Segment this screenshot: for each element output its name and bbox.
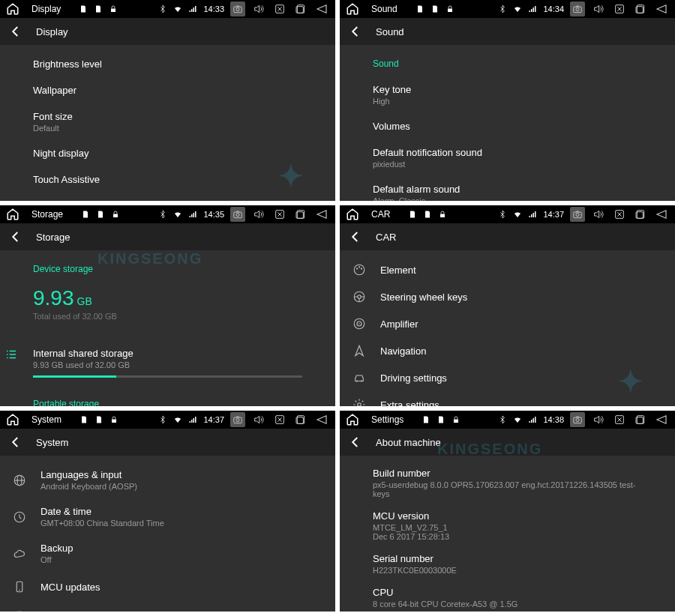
about-row[interactable]: Serial numberH223TKC0E0003000E [340, 547, 675, 581]
system-row[interactable]: Date & timeGMT+08:00 China Standard Time [0, 498, 335, 535]
home-icon[interactable] [6, 413, 20, 426]
setting-row[interactable]: Night display [0, 140, 335, 166]
volume-button[interactable] [251, 207, 266, 222]
storage-unit: GB [77, 295, 92, 307]
device-icon [12, 609, 27, 612]
back-nav-button[interactable] [314, 207, 329, 222]
recent-button[interactable] [633, 1, 648, 16]
page-header: Sound [340, 18, 675, 45]
lock-icon [110, 415, 118, 424]
close-button[interactable] [612, 1, 627, 16]
lock-icon [111, 210, 120, 219]
close-button[interactable] [612, 412, 627, 427]
wifi-icon [173, 4, 182, 13]
svg-point-26 [358, 266, 360, 268]
recent-button[interactable] [293, 1, 308, 16]
system-row[interactable]: System updates [0, 602, 335, 612]
back-nav-button[interactable] [654, 412, 669, 427]
row-primary: System updates [40, 612, 323, 612]
close-button[interactable] [612, 207, 627, 222]
car-row[interactable]: Amplifier [340, 310, 675, 337]
storage-row[interactable]: Internal shared storage9.93 GB used of 3… [0, 340, 335, 371]
screenshot-button[interactable] [570, 1, 585, 16]
recent-button[interactable] [293, 207, 308, 222]
screenshot-button[interactable] [230, 1, 245, 16]
home-icon[interactable] [346, 413, 359, 426]
car-row[interactable]: Element [340, 256, 675, 283]
clock-text: 14:37 [543, 210, 564, 219]
back-icon[interactable] [349, 435, 362, 449]
sd-icon [96, 210, 105, 219]
screenshot-button[interactable] [570, 412, 585, 427]
row-primary: Navigation [380, 345, 426, 357]
lock-icon [438, 210, 447, 219]
clock-icon [12, 510, 27, 525]
recent-button[interactable] [633, 412, 648, 427]
section-label: Portable storage [0, 391, 335, 406]
recent-button[interactable] [293, 412, 308, 427]
setting-row[interactable]: Volumes [340, 113, 675, 139]
close-button[interactable] [272, 1, 287, 16]
screenshot-button[interactable] [230, 207, 245, 222]
system-row[interactable]: Languages & inputAndroid Keyboard (AOSP) [0, 462, 335, 498]
setting-row[interactable]: Touch Assistive [0, 166, 335, 193]
volume-button[interactable] [591, 1, 606, 16]
home-icon[interactable] [6, 2, 20, 16]
volume-button[interactable] [591, 412, 606, 427]
page-title: CAR [376, 232, 396, 243]
setting-row[interactable]: Default alarm soundAlarm_Classic [340, 176, 675, 201]
close-button[interactable] [272, 412, 287, 427]
row-secondary: Off [40, 555, 323, 564]
car-row[interactable]: Steering wheel keys [340, 283, 675, 310]
row-primary: Serial number [373, 553, 642, 564]
svg-point-33 [356, 380, 358, 381]
home-icon[interactable] [346, 208, 359, 221]
car-row[interactable]: Navigation [340, 337, 675, 364]
setting-row[interactable]: Wallpaper [0, 77, 335, 103]
back-nav-button[interactable] [314, 1, 329, 16]
back-nav-button[interactable] [654, 1, 669, 16]
back-icon[interactable] [349, 230, 362, 244]
volume-button[interactable] [251, 1, 266, 16]
about-row[interactable]: MCU versionMTCE_LM_V2.75_1 Dec 6 2017 15… [340, 504, 675, 547]
home-icon[interactable] [6, 208, 20, 221]
screenshot-button[interactable] [570, 207, 585, 222]
lock-icon [446, 4, 454, 13]
back-icon[interactable] [9, 25, 22, 38]
setting-row[interactable]: Brightness level [0, 51, 335, 77]
list-icon[interactable] [4, 348, 18, 361]
row-secondary: High [373, 97, 642, 106]
page-title: Sound [376, 26, 404, 37]
sd-icon [430, 4, 440, 13]
recent-button[interactable] [633, 207, 648, 222]
row-secondary: Android Keyboard (AOSP) [40, 482, 323, 491]
sd-icon [94, 415, 104, 424]
setting-row[interactable]: Default notification soundpixiedust [340, 139, 675, 176]
about-row[interactable]: Build numberpx5-userdebug 8.0.0 OPR5.170… [340, 462, 675, 504]
back-icon[interactable] [349, 25, 362, 38]
panel-0: Display14:33DisplayBrightness levelWallp… [0, 0, 335, 201]
setting-row[interactable]: Font sizeDefault [0, 103, 335, 140]
car-row[interactable]: Driving settings [340, 364, 675, 391]
about-row[interactable]: CPU8 core 64-bit CPU Coretex-A53 @ 1.5G [340, 581, 675, 612]
storage-summary[interactable]: 9.93GBTotal used of 32.00 GB [0, 282, 335, 325]
back-nav-button[interactable] [314, 412, 329, 427]
status-bar: CAR14:37 [340, 205, 675, 223]
system-row[interactable]: BackupOff [0, 535, 335, 572]
back-icon[interactable] [9, 435, 22, 449]
row-secondary: Default [33, 124, 302, 133]
clock-text: 14:34 [543, 4, 564, 13]
screenshot-button[interactable] [230, 412, 245, 427]
setting-row[interactable]: Key toneHigh [340, 76, 675, 113]
row-primary: Extra settings [380, 399, 440, 407]
panel-1: Sound14:34SoundSoundKey toneHighVolumesD… [340, 0, 675, 201]
system-row[interactable]: MCU updates [0, 572, 335, 602]
close-button[interactable] [272, 207, 287, 222]
volume-button[interactable] [591, 207, 606, 222]
car-row[interactable]: Extra settings [340, 391, 675, 406]
svg-rect-6 [448, 9, 452, 13]
back-icon[interactable] [9, 230, 22, 244]
back-nav-button[interactable] [654, 207, 669, 222]
volume-button[interactable] [251, 412, 266, 427]
home-icon[interactable] [346, 2, 359, 16]
